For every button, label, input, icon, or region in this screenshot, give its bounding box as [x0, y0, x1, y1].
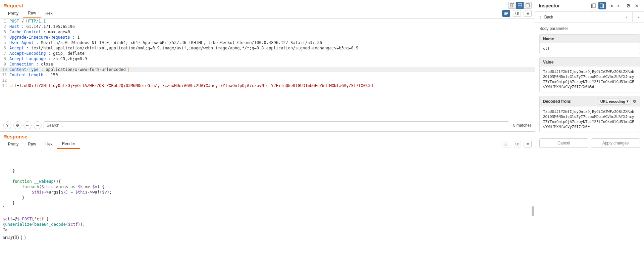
request-line[interactable]: 2Host : 61.147.171.105:65196 [0, 24, 535, 29]
resp-tab-hex[interactable]: Hex [41, 140, 57, 148]
apply-button[interactable]: Apply changes [591, 138, 640, 148]
request-line[interactable]: 1POST / HTTP/1.1 [0, 18, 535, 24]
inspector-header: Inspector ⇥ ⇤ ⚙ ✕ [535, 0, 644, 12]
tab-pretty[interactable]: Pretty [3, 9, 23, 18]
reload-icon[interactable]: ↻ [633, 99, 636, 104]
layout-rows-button[interactable] [516, 2, 524, 9]
name-field: Name ctf [539, 34, 640, 54]
response-viewer[interactable]: } function __wakeup(){ foreach($this->ar… [0, 149, 535, 255]
wrap-button[interactable] [502, 10, 510, 17]
resp-hamburger-button[interactable]: ≡ [524, 141, 532, 147]
svg-rect-6 [504, 13, 508, 14]
response-line: ?> [3, 227, 532, 232]
scrollbar-thumb[interactable] [532, 206, 534, 216]
resp-newline-button[interactable]: \n [513, 141, 521, 147]
response-line: } [3, 195, 532, 200]
value-field: Value TzoUOiJlYXNlIjoyOntzOjEyOiIAZWFzZQ… [539, 57, 640, 92]
cancel-button[interactable]: Cancel [539, 138, 588, 148]
request-line[interactable]: 8Accept-Language : zh-CN,zh;q=0.9 [0, 56, 535, 61]
layout-columns-button[interactable] [508, 2, 516, 9]
name-value[interactable]: ctf [540, 43, 640, 54]
help-icon: ? [6, 123, 9, 128]
request-tabs: Pretty Raw Hex \n ≡ [0, 9, 535, 18]
resp-wrap-button[interactable] [502, 141, 510, 147]
request-editor[interactable]: 1POST / HTTP/1.12Host : 61.147.171.105:6… [0, 18, 535, 119]
response-header: Response [0, 131, 535, 139]
gear-icon: ⚙ [16, 123, 19, 128]
svg-rect-13 [600, 4, 603, 8]
request-line[interactable]: 7Accept-Encoding : gzip, deflate [0, 51, 535, 56]
arrow-left-icon: ← [25, 123, 30, 128]
section-label: Body parameter [539, 26, 640, 31]
insp-collapse-button[interactable]: ⇥ [607, 2, 614, 9]
inspector-prev-button[interactable]: ‹ [621, 12, 633, 22]
decoded-content[interactable]: TzoUOiJlYXNlIjoyOntzOjEyOiIAZWFzZQBtZXRo… [540, 107, 640, 132]
decoded-field: Decoded from: URL encoding ▾ ↻ TzoUOiJlY… [539, 96, 640, 132]
request-header: Request [0, 0, 535, 9]
response-line: $this->args[$k] = $this->waf($v); [3, 189, 532, 195]
search-prev-button[interactable]: ← [23, 121, 32, 129]
response-line: foreach($this->args as $k => $v) { [3, 184, 532, 189]
tab-hex[interactable]: Hex [41, 9, 57, 18]
svg-rect-5 [504, 12, 508, 13]
response-line [3, 211, 532, 216]
request-line[interactable]: 9Connection : close [0, 61, 535, 67]
inspector-buttons: Cancel Apply changes [539, 138, 640, 148]
request-line[interactable]: 4Upgrade-Insecure-Requests : 1 [0, 35, 535, 40]
inspector-back-button[interactable]: ‹ Back [535, 12, 621, 23]
insp-layout2-button[interactable] [598, 2, 606, 9]
value-content[interactable]: TzoUOiJlYXNlIjoyOntzOjEyOiIAZWFzZQBtZXRo… [540, 67, 640, 92]
svg-rect-12 [593, 4, 595, 8]
resp-tab-raw[interactable]: Raw [23, 140, 41, 148]
resp-tab-render[interactable]: Render [57, 139, 80, 149]
value-header: Value [540, 58, 640, 67]
insp-close-button[interactable]: ✕ [633, 2, 641, 9]
name-header: Name [540, 35, 640, 43]
tab-raw[interactable]: Raw [23, 9, 41, 18]
response-title: Response [3, 134, 28, 139]
request-line[interactable]: 6Accept : text/html,application/xhtml+xm… [0, 45, 535, 51]
request-search-bar: ? ⚙ ← → 0 matches [0, 119, 535, 131]
response-output: array(0) { } [3, 235, 532, 240]
search-matches: 0 matches [513, 123, 532, 128]
help-button[interactable]: ? [3, 121, 11, 129]
inspector-nav: ‹ Back ‹ › [535, 12, 644, 23]
decoding-select-label: URL encoding [600, 99, 625, 103]
inspector-panel: Inspector ⇥ ⇤ ⚙ ✕ ‹ Back ‹ › Body parame… [535, 0, 644, 255]
settings-button[interactable]: ⚙ [13, 121, 21, 129]
svg-rect-4 [526, 4, 530, 7]
request-line[interactable]: 11Content-Length : 150 [0, 72, 535, 78]
expand-icon: ⇤ [618, 3, 622, 8]
hamburger-button[interactable]: ≡ [524, 10, 532, 17]
svg-rect-9 [504, 144, 508, 144]
hamburger-icon: ≡ [526, 11, 529, 16]
gear-icon: ⚙ [626, 3, 631, 8]
svg-rect-7 [504, 14, 507, 15]
decoding-select[interactable]: URL encoding ▾ [598, 98, 631, 104]
chevron-down-icon: ▾ [627, 99, 629, 103]
response-line: } [3, 200, 532, 206]
response-line: @unserialize(base64_decode($ctf)); [3, 222, 532, 227]
response-tab-actions: \n ≡ [502, 141, 535, 147]
request-line[interactable]: 10Content-Type : application/x-www-form-… [0, 67, 535, 72]
chevron-left-icon: ‹ [539, 14, 541, 20]
insp-expand-button[interactable]: ⇤ [616, 2, 623, 9]
insp-layout1-button[interactable] [590, 2, 597, 9]
request-line[interactable]: 5User-Agent : Mozilla/5.0 (Windows NT 10… [0, 40, 535, 45]
inspector-next-button[interactable]: › [633, 12, 644, 22]
svg-rect-10 [504, 145, 507, 146]
search-next-button[interactable]: → [34, 121, 42, 129]
search-input[interactable] [44, 121, 509, 129]
svg-rect-2 [518, 4, 522, 5]
request-line[interactable]: 13ctf=TzoUOiJlYXNlIjoyOntzOjEyOiIAZWFzZQ… [0, 83, 535, 88]
resp-tab-pretty[interactable]: Pretty [3, 140, 23, 148]
newline-button[interactable]: \n [513, 10, 521, 17]
inspector-title: Inspector [539, 3, 560, 8]
left-column: Request Pretty Raw Hex \n ≡ 1POST / HTTP… [0, 0, 535, 255]
svg-rect-3 [518, 6, 522, 7]
layout-single-button[interactable] [524, 2, 532, 9]
insp-settings-button[interactable]: ⚙ [625, 2, 632, 9]
request-line[interactable]: 12 [0, 78, 535, 83]
close-icon: ✕ [635, 3, 639, 8]
request-line[interactable]: 3Cache-Control : max-age=0 [0, 29, 535, 35]
